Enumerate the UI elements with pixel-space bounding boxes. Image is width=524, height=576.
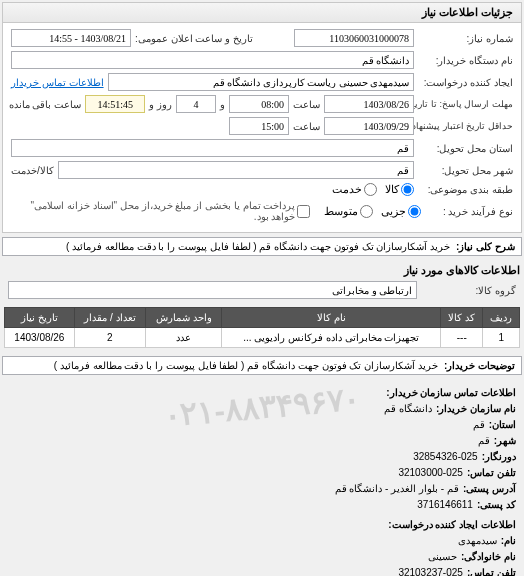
contact-lastname: نام خانوادگی: حسینی xyxy=(8,549,516,565)
row-province: استان محل تحویل: xyxy=(11,139,513,157)
contact-province-value: قم xyxy=(473,417,485,433)
payment-checkbox[interactable] xyxy=(297,205,310,218)
contact-link[interactable]: اطلاعات تماس خریدار xyxy=(11,77,104,88)
device-input[interactable] xyxy=(11,51,414,69)
th-index: ردیف xyxy=(483,308,520,328)
remaining-days-label: روز و xyxy=(149,99,172,110)
requester-label: ایجاد کننده درخواست: xyxy=(418,77,513,88)
row-category: طبقه بندی موضوعی: کالا خدمت xyxy=(11,183,513,196)
number-label: شماره نیاز: xyxy=(418,33,513,44)
province-input[interactable] xyxy=(11,139,414,157)
remaining-time-input[interactable] xyxy=(85,95,145,113)
contact-fax: دورنگار: 32854326-025 xyxy=(8,449,516,465)
validity-time-label: ساعت xyxy=(293,121,320,132)
fax-value: 32854326-025 xyxy=(413,449,478,465)
description-box: شرح کلی نیاز: خرید آشکارسازان تک فوتون ج… xyxy=(2,237,522,256)
response-label: مهلت ارسال پاسخ: تا تاریخ: xyxy=(418,99,513,109)
contact-city: شهر: قم xyxy=(8,433,516,449)
contact-info: اطلاعات تماس سازمان خریدار: نام سازمان خ… xyxy=(0,379,524,576)
row-validity: حداقل تاریخ اعتبار پیشنهاد: تا تاریخ: سا… xyxy=(11,117,513,135)
org-label: نام سازمان خریدار: xyxy=(436,401,516,417)
postal-label: کد پستی: xyxy=(477,497,516,513)
radio-goods[interactable] xyxy=(401,183,414,196)
and-label: و xyxy=(220,99,225,110)
group-input[interactable] xyxy=(8,281,417,299)
th-name: نام کالا xyxy=(222,308,441,328)
contact-city-label: شهر: xyxy=(494,433,516,449)
row-device: نام دستگاه خریدار: xyxy=(11,51,513,69)
radio-partial[interactable] xyxy=(408,205,421,218)
buyer-notes-value: خرید آشکارسازان تک فوتون جهت دانشگاه قم … xyxy=(54,360,438,371)
th-date: تاریخ نیاز xyxy=(5,308,75,328)
th-unit: واحد شمارش xyxy=(146,308,222,328)
lastname-value: حسینی xyxy=(428,549,457,565)
remaining-suffix: ساعت باقی مانده xyxy=(9,99,82,110)
th-qty: تعداد / مقدار xyxy=(74,308,145,328)
number-input[interactable] xyxy=(294,29,414,47)
radio-goods-label: کالا xyxy=(385,183,399,196)
td-date: 1403/08/26 xyxy=(5,328,75,348)
td-index: 1 xyxy=(483,328,520,348)
category-radio-group: کالا خدمت xyxy=(332,183,414,196)
th-code: کد کالا xyxy=(441,308,483,328)
radio-medium-item[interactable]: متوسط xyxy=(324,205,373,218)
remaining-days-input[interactable] xyxy=(176,95,216,113)
payment-note: پرداخت تمام یا بخشی از مبلغ خرید،از محل … xyxy=(11,200,295,222)
postal-value: 3716146611 xyxy=(417,497,473,513)
td-unit: عدد xyxy=(146,328,222,348)
radio-service-item[interactable]: خدمت xyxy=(332,183,377,196)
tel-label: تلفن تماس: xyxy=(467,565,516,576)
buyer-notes-box: توضیحات خریدار: خرید آشکارسازان تک فوتون… xyxy=(2,356,522,375)
contact-city-value: قم xyxy=(478,433,490,449)
radio-partial-item[interactable]: جزیی xyxy=(381,205,421,218)
type-label: نوع فرآیند خرید : xyxy=(425,206,513,217)
row-group: گروه کالا: xyxy=(0,281,524,299)
phone-label: تلفن تماس: xyxy=(467,465,516,481)
validity-time-input[interactable] xyxy=(229,117,289,135)
requester-input[interactable] xyxy=(108,73,414,91)
announce-input[interactable] xyxy=(11,29,131,47)
payment-check-item[interactable]: پرداخت تمام یا بخشی از مبلغ خرید،از محل … xyxy=(11,200,310,222)
city-input[interactable] xyxy=(58,161,414,179)
row-city: شهر محل تحویل: کالا/خدمت xyxy=(11,161,513,179)
table-container: ردیف کد کالا نام کالا واحد شمارش تعداد /… xyxy=(0,303,524,352)
goods-table: ردیف کد کالا نام کالا واحد شمارش تعداد /… xyxy=(4,307,520,348)
contact-province-label: استان: xyxy=(489,417,516,433)
device-label: نام دستگاه خریدار: xyxy=(418,55,513,66)
name-value: سیدمهدی xyxy=(458,533,497,549)
announce-label: تاریخ و ساعت اعلان عمومی: xyxy=(135,33,253,44)
row-response: مهلت ارسال پاسخ: تا تاریخ: ساعت و روز و … xyxy=(11,95,513,113)
response-time-input[interactable] xyxy=(229,95,289,113)
province-label: استان محل تحویل: xyxy=(418,143,513,154)
contact-section-title: اطلاعات تماس سازمان خریدار: xyxy=(8,385,516,401)
response-date-input[interactable] xyxy=(324,95,414,113)
td-name: تجهیزات مخابراتی داده فرکانس رادیویی ... xyxy=(222,328,441,348)
contact-tel: تلفن تماس: 32103237-025 xyxy=(8,565,516,576)
radio-goods-item[interactable]: کالا xyxy=(385,183,414,196)
validity-date-input[interactable] xyxy=(324,117,414,135)
validity-label: حداقل تاریخ اعتبار پیشنهاد: تا تاریخ: xyxy=(418,121,513,131)
contact-address: آدرس پستی: قم - بلوار الغدیر - دانشگاه ق… xyxy=(8,481,516,497)
radio-service[interactable] xyxy=(364,183,377,196)
category-label: طبقه بندی موضوعی: xyxy=(418,184,513,195)
lastname-label: نام خانوادگی: xyxy=(461,549,516,565)
radio-medium-label: متوسط xyxy=(324,205,358,218)
contact-postal: کد پستی: 3716146611 xyxy=(8,497,516,513)
address-label: آدرس پستی: xyxy=(463,481,516,497)
phone-value: 32103000-025 xyxy=(398,465,463,481)
contact-province: استان: قم xyxy=(8,417,516,433)
radio-medium[interactable] xyxy=(360,205,373,218)
type-radio-group: جزیی متوسط xyxy=(324,205,421,218)
table-row[interactable]: 1 --- تجهیزات مخابراتی داده فرکانس رادیو… xyxy=(5,328,520,348)
goods-section-title: اطلاعات کالاهای مورد نیاز xyxy=(4,264,520,277)
buyer-notes-label: توضیحات خریدار: xyxy=(444,360,515,371)
row-number: شماره نیاز: تاریخ و ساعت اعلان عمومی: xyxy=(11,29,513,47)
description-label: شرح کلی نیاز: xyxy=(456,241,515,252)
row-requester: ایجاد کننده درخواست: اطلاعات تماس خریدار xyxy=(11,73,513,91)
panel-title: جزئیات اطلاعات نیاز xyxy=(3,3,521,23)
tel-value: 32103237-025 xyxy=(398,565,463,576)
response-time-label: ساعت xyxy=(293,99,320,110)
address-value: قم - بلوار الغدیر - دانشگاه قم xyxy=(335,481,459,497)
contact-phone: تلفن تماس: 32103000-025 xyxy=(8,465,516,481)
panel-body: شماره نیاز: تاریخ و ساعت اعلان عمومی: نا… xyxy=(3,23,521,232)
